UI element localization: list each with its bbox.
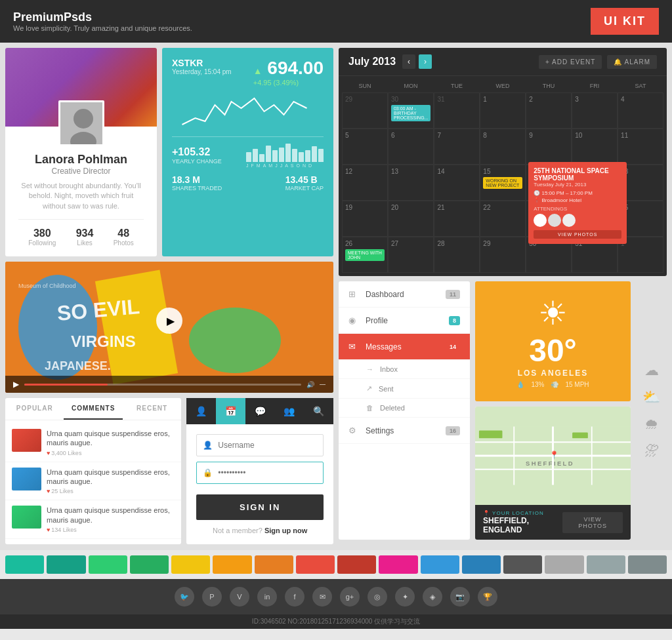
- sent-icon: ↗: [366, 384, 372, 393]
- play-icon-sm[interactable]: ▶: [13, 380, 19, 389]
- bar-n: [312, 146, 317, 162]
- login-tab-share[interactable]: 👥: [275, 398, 304, 424]
- social-trophy[interactable]: 🏆: [478, 587, 497, 607]
- swatch-14[interactable]: [545, 555, 583, 574]
- social-info[interactable]: in: [257, 587, 277, 607]
- calendar-grid: SUN MON TUE WED THU FRI SAT 29 30 03:00 …: [339, 76, 667, 276]
- social-circle[interactable]: ◎: [368, 587, 387, 607]
- bar-j: [246, 152, 251, 162]
- list-text-3: Urna quam quisque suspendisse eros, maur…: [47, 506, 175, 533]
- view-photos-btn[interactable]: VIEW PHOTOS: [534, 230, 621, 239]
- login-tab-calendar[interactable]: 📅: [216, 398, 245, 424]
- watermark: ID:3046502 NO:20180125171236934000 仅供学习与…: [0, 614, 672, 629]
- cal-cell-30: 30 03:00 AM - BIRTHDAY PROCESSING...: [388, 92, 434, 129]
- nav-settings[interactable]: ⚙ Settings 16: [339, 418, 470, 444]
- cal-cell-27: 27: [388, 237, 434, 273]
- swatch-2[interactable]: [47, 555, 85, 574]
- cal-cell-12: 12: [342, 165, 388, 201]
- settings-icon: ⚙: [348, 426, 359, 435]
- cal-cell-8: 8: [480, 129, 526, 165]
- calendar-actions: + ADD EVENT 🔔 ALARM: [539, 55, 657, 69]
- username-input[interactable]: [196, 434, 324, 456]
- swatch-11[interactable]: [421, 555, 459, 574]
- lock-icon: 🔒: [203, 468, 213, 477]
- swatch-3[interactable]: [89, 555, 127, 574]
- swatch-5[interactable]: [171, 555, 210, 574]
- popup-location: 📍 Broadmoor Hotel: [534, 197, 621, 203]
- play-icon: ▶: [167, 315, 175, 327]
- project-event[interactable]: WORKING ON NEW PROJECT: [483, 177, 522, 189]
- next-month-btn[interactable]: ›: [419, 54, 432, 69]
- social-star[interactable]: ✦: [395, 587, 415, 607]
- cal-cell-7: 7: [434, 129, 480, 165]
- nav-menu: ⊞ Dashboard 11 ◉ Profile 8 ✉ Messages: [339, 281, 470, 540]
- tab-popular[interactable]: POPULAR: [5, 398, 64, 420]
- birthday-event[interactable]: 03:00 AM - BIRTHDAY PROCESSING...: [391, 105, 431, 121]
- social-gplus[interactable]: g+: [340, 587, 360, 607]
- video-progress-bar[interactable]: [24, 384, 301, 386]
- prev-month-btn[interactable]: ‹: [402, 54, 415, 69]
- tab-comments[interactable]: COMMENTS: [64, 398, 122, 420]
- swatch-15[interactable]: [587, 555, 625, 574]
- likes-2: ♥25 Likes: [47, 488, 175, 494]
- social-vimeo[interactable]: V: [230, 587, 249, 607]
- cal-cell-9: 9: [526, 129, 572, 165]
- weather-icon-cloud: ☁: [644, 362, 659, 379]
- social-facebook[interactable]: f: [285, 587, 304, 607]
- swatch-1[interactable]: [5, 555, 44, 574]
- swatch-10[interactable]: [379, 555, 417, 574]
- social-twitter[interactable]: 🐦: [175, 587, 194, 607]
- nav-deleted[interactable]: 🗑 Deleted: [339, 399, 470, 418]
- add-event-btn[interactable]: + ADD EVENT: [539, 55, 602, 69]
- popup-title: 25TH NATIONAL SPACE SYMPOSIUM: [534, 167, 621, 182]
- nav-dashboard[interactable]: ⊞ Dashboard 11: [339, 281, 470, 308]
- cal-cell-6: 6: [388, 129, 434, 165]
- social-instagram[interactable]: 📷: [450, 587, 470, 607]
- swatch-6[interactable]: [213, 555, 251, 574]
- swatch-13[interactable]: [503, 555, 542, 574]
- popup-time: 🕒 15:00 PM – 17:00 PM: [534, 190, 621, 196]
- stock-date: Yesterday, 15:04 pm: [172, 68, 232, 75]
- social-email[interactable]: ✉: [312, 587, 332, 607]
- swatch-7[interactable]: [255, 555, 293, 574]
- swatch-16[interactable]: [628, 555, 667, 574]
- volume-icon[interactable]: 🔊: [306, 381, 314, 388]
- meeting-event[interactable]: MEETING WITH JOHN: [345, 249, 385, 261]
- weather-side-icons: ☁ ⛅ 🌧 ⛈: [636, 281, 667, 540]
- social-diamond[interactable]: ◈: [423, 587, 442, 607]
- social-pinterest[interactable]: P: [202, 587, 222, 607]
- password-input[interactable]: [196, 462, 324, 484]
- nav-messages[interactable]: ✉ Messages 14: [339, 334, 470, 360]
- nav-profile[interactable]: ◉ Profile 8: [339, 308, 470, 334]
- weather-card: ☀ 30° LOS ANGELES 💧 13% 💨 15 MPH: [475, 281, 631, 401]
- stock-card: XSTKR Yesterday, 15:04 pm ▲ 694.00 +4.95…: [162, 48, 333, 256]
- map-footer: 📍 YOUR LOCATION SHEFFIELD, ENGLAND VIEW …: [475, 505, 631, 540]
- nav-inbox[interactable]: → Inbox: [339, 360, 470, 379]
- nav-sent[interactable]: ↗ Sent: [339, 379, 470, 399]
- cal-cell-3: 3: [572, 92, 618, 129]
- location-label: 📍 YOUR LOCATION: [483, 510, 562, 516]
- profile-avatar: [58, 100, 104, 146]
- swatch-8[interactable]: [296, 555, 335, 574]
- stat-following: 380 Following: [28, 228, 56, 247]
- login-tab-user[interactable]: 👤: [186, 398, 216, 424]
- sign-in-button[interactable]: SIGN IN: [196, 494, 324, 520]
- bars-area: [246, 142, 324, 162]
- alarm-btn[interactable]: 🔔 ALARM: [607, 55, 657, 69]
- attendings-label: ATTENDINGS: [534, 206, 621, 212]
- signup-link[interactable]: Sign up now: [264, 527, 307, 534]
- brand-name: PremiumPsds: [13, 10, 192, 24]
- swatch-4[interactable]: [130, 555, 169, 574]
- tabs-header: POPULAR COMMENTS RECENT: [5, 398, 181, 420]
- dashboard-icon: ⊞: [348, 289, 359, 299]
- stock-ticker-area: XSTKR Yesterday, 15:04 pm: [172, 58, 232, 75]
- video-play-button[interactable]: ▶: [156, 308, 182, 334]
- map-view-photos-btn[interactable]: VIEW PHOTOS: [562, 512, 623, 533]
- login-tab-chat[interactable]: 💬: [245, 398, 275, 424]
- swatch-9[interactable]: [337, 555, 376, 574]
- login-tab-search[interactable]: 🔍: [304, 398, 333, 424]
- swatch-12[interactable]: [462, 555, 501, 574]
- tab-recent[interactable]: RECENT: [123, 398, 181, 420]
- weather-icon-storm: ⛈: [644, 443, 659, 460]
- calendar-days-header: SUN MON TUE WED THU FRI SAT: [342, 79, 663, 92]
